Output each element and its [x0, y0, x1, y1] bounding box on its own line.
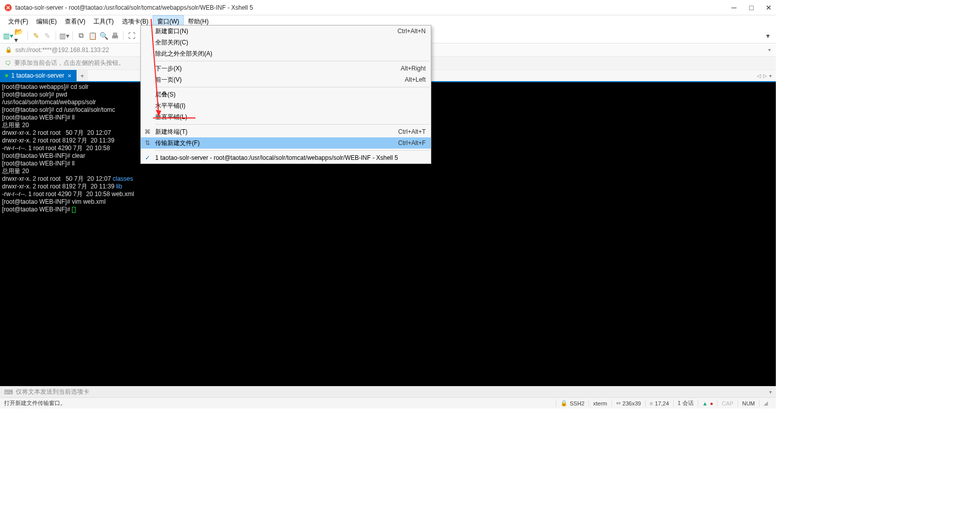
terminal-line: [root@taotao WEB-INF]#: [2, 206, 774, 213]
menu-item-label: 1 taotao-solr-server - root@taotao:/usr/…: [154, 154, 420, 161]
status-message: 打开新建文件传输窗口。: [4, 399, 556, 407]
menu-item-shortcut: Alt+Left: [399, 76, 426, 83]
menu-separator: [155, 150, 430, 151]
menu-item-label: 新建窗口(N): [154, 27, 391, 36]
properties-icon[interactable]: ▥▾: [59, 31, 69, 41]
menu-item[interactable]: ⇅传输新建文件(F)Ctrl+Alt+F: [141, 137, 431, 149]
menu-item[interactable]: 文件(F): [4, 15, 32, 28]
address-text: ssh://root:****@192.168.81.133:22: [15, 46, 109, 54]
paste-icon[interactable]: 📋: [87, 31, 97, 41]
menu-item[interactable]: 下一步(X)Alt+Right: [141, 63, 431, 74]
menu-item[interactable]: 新建窗口(N)Ctrl+Alt+N: [141, 26, 431, 37]
window-controls: ─ □ ✕: [731, 5, 772, 11]
status-ssh: 🔒SSH2: [556, 400, 589, 407]
find-icon[interactable]: 🔍: [99, 31, 109, 41]
menu-item-shortcut: Ctrl+Alt+T: [392, 128, 426, 135]
separator: [28, 31, 28, 40]
menu-item-label: 下一步(X): [154, 64, 395, 73]
menu-item[interactable]: 全部关闭(C): [141, 37, 431, 48]
menu-separator: [155, 124, 430, 125]
status-size: ⇔ 236x39: [611, 400, 645, 407]
reconnect-icon[interactable]: ✎: [31, 31, 41, 41]
send-overflow-icon[interactable]: ▾: [769, 389, 772, 395]
send-bar[interactable]: ⌨ 仅将文本发送到当前选项卡 ▾: [0, 386, 776, 397]
status-dot-icon: [5, 74, 8, 77]
open-icon[interactable]: 📂▾: [14, 31, 24, 41]
menu-separator: [155, 61, 430, 61]
copy-icon[interactable]: ⧉: [76, 31, 86, 41]
menu-item-label: 全部关闭(C): [154, 38, 420, 47]
menu-item-icon: [141, 154, 154, 161]
menu-item-label: 层叠(S): [154, 90, 420, 99]
menu-item-shortcut: Alt+Right: [395, 65, 426, 72]
titlebar: taotao-solr-server - root@taotao:/usr/lo…: [0, 0, 776, 15]
tab-list-icon[interactable]: ▾: [769, 73, 772, 79]
menu-item[interactable]: 除此之外全部关闭(A): [141, 48, 431, 59]
menu-item-label: 传输新建文件(F): [154, 139, 392, 148]
address-overflow-icon[interactable]: ▾: [768, 47, 771, 53]
terminal-line: drwxr-xr-x. 2 root root 50 7月 20 12:07 c…: [2, 175, 774, 183]
terminal-line: drwxr-xr-x. 2 root root 8192 7月 20 11:39…: [2, 183, 774, 190]
new-session-icon[interactable]: ▥▾: [3, 31, 13, 41]
maximize-button[interactable]: □: [748, 5, 754, 11]
send-placeholder: 仅将文本发送到当前选项卡: [16, 388, 89, 396]
tab-prev-icon[interactable]: ◁: [757, 73, 761, 79]
terminal-line: [root@taotao WEB-INF]# vim web.xml: [2, 198, 774, 206]
app-icon: [4, 4, 12, 12]
menu-item[interactable]: 1 taotao-solr-server - root@taotao:/usr/…: [141, 152, 431, 163]
print-icon[interactable]: 🖶: [110, 31, 120, 41]
session-tab[interactable]: 1 taotao-solr-server ✕: [0, 70, 77, 81]
tab-next-icon[interactable]: ▷: [763, 73, 767, 79]
status-term: xterm: [589, 400, 611, 407]
menu-item-label: 前一页(V): [154, 76, 399, 84]
menu-item[interactable]: 工具(T): [89, 15, 117, 28]
status-bar: 打开新建文件传输窗口。 🔒SSH2 xterm ⇔ 236x39 ≡ 17,24…: [0, 397, 776, 409]
status-pos: ≡ 17,24: [645, 400, 673, 407]
lock-icon: 🔒: [5, 46, 12, 53]
keyboard-icon: ⌨: [4, 389, 13, 396]
status-rec: ▲ ●: [698, 400, 718, 407]
terminal-line: 总用量 20: [2, 168, 774, 175]
bookmark-icon[interactable]: 🗨: [5, 60, 11, 67]
tab-label: 1 taotao-solr-server: [11, 72, 64, 79]
minimize-button[interactable]: ─: [731, 5, 737, 11]
menu-item-icon: ⇅: [141, 139, 154, 147]
menu-item-label: 水平平铺(I): [154, 102, 420, 110]
separator: [123, 31, 124, 40]
window-menu-dropdown: 新建窗口(N)Ctrl+Alt+N全部关闭(C)除此之外全部关闭(A)下一步(X…: [140, 25, 431, 164]
separator: [72, 31, 73, 40]
menu-item[interactable]: ⌘新建终端(T)Ctrl+Alt+T: [141, 126, 431, 137]
menu-item[interactable]: 查看(V): [61, 15, 89, 28]
menu-item[interactable]: 编辑(E): [32, 15, 61, 28]
menu-item-icon: ⌘: [141, 128, 154, 135]
menu-item[interactable]: 水平平铺(I): [141, 100, 431, 111]
cursor: [72, 207, 76, 213]
menu-item-label: 除此之外全部关闭(A): [154, 50, 420, 58]
status-sessions: 1 会话: [673, 399, 698, 407]
hint-text: 要添加当前会话，点击左侧的箭头按钮。: [14, 59, 125, 67]
tab-close-icon[interactable]: ✕: [67, 73, 71, 79]
status-caps: CAP: [717, 400, 738, 407]
menu-item-shortcut: Ctrl+Alt+F: [392, 139, 426, 147]
toolbar-overflow-icon[interactable]: ▾: [763, 31, 773, 41]
fullscreen-icon[interactable]: ⛶: [127, 31, 137, 41]
tab-nav: ◁ ▷ ▾: [753, 70, 776, 81]
close-button[interactable]: ✕: [766, 5, 772, 11]
add-tab-button[interactable]: +: [77, 70, 88, 81]
menu-item[interactable]: 层叠(S): [141, 89, 431, 100]
window-title: taotao-solr-server - root@taotao:/usr/lo…: [15, 4, 731, 11]
menu-item[interactable]: 垂直平铺(L): [141, 111, 431, 123]
separator: [56, 31, 56, 40]
menu-item-label: 垂直平铺(L): [154, 113, 420, 122]
disconnect-icon[interactable]: ✎: [42, 31, 53, 41]
menu-item-label: 新建终端(T): [154, 128, 392, 136]
terminal-line: -rw-r--r--. 1 root root 4290 7月 20 10:58…: [2, 190, 774, 198]
menu-separator: [155, 87, 430, 87]
status-num: NUM: [738, 400, 759, 407]
status-resize-icon[interactable]: ◢: [759, 400, 772, 407]
lock-icon: 🔒: [560, 400, 568, 407]
menu-item[interactable]: 前一页(V)Alt+Left: [141, 74, 431, 85]
menu-item-shortcut: Ctrl+Alt+N: [391, 28, 426, 35]
